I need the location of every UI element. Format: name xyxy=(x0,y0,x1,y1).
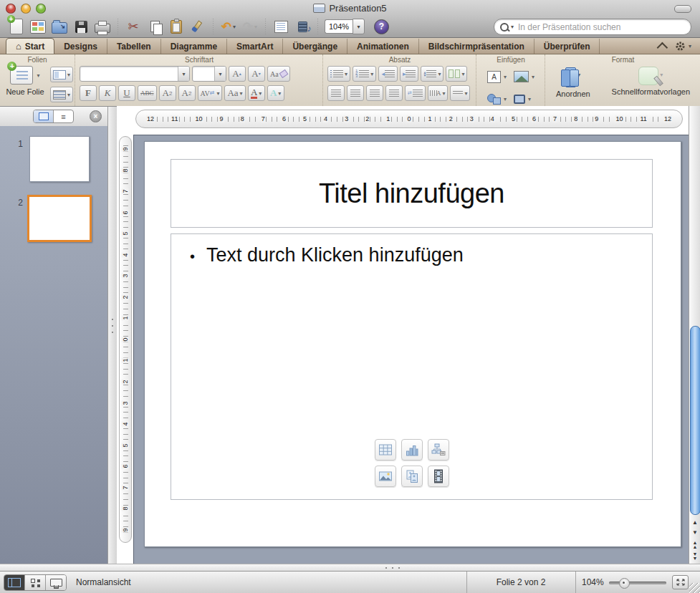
insert-table-placeholder-button[interactable] xyxy=(375,439,396,461)
open-button[interactable] xyxy=(50,17,69,36)
vertical-scrollbar[interactable]: ▲ ▼ ▲▲ ▼▼ xyxy=(689,106,700,564)
insert-chart-placeholder-button[interactable] xyxy=(401,439,423,461)
distribute-button[interactable]: ⇄ xyxy=(405,85,426,101)
zoom-combo[interactable]: 104% ▾ xyxy=(325,19,365,34)
insert-textbox-button[interactable]: A▾ xyxy=(487,67,507,86)
dropdown-arrow[interactable]: ▾ xyxy=(528,96,531,102)
media-browser-button[interactable] xyxy=(293,17,312,36)
insert-clipart-placeholder-button[interactable] xyxy=(401,466,423,487)
columns-button[interactable]: ▾ xyxy=(446,66,467,82)
new-slide-button[interactable]: ▾ Neue Folie xyxy=(3,66,47,96)
character-spacing-button[interactable]: AV⇄▾ xyxy=(198,85,223,101)
format-painter-button[interactable] xyxy=(188,17,207,36)
slides-view-button[interactable] xyxy=(34,110,53,122)
dropdown-arrow[interactable]: ▾ xyxy=(461,71,464,77)
tab-smartart[interactable]: SmartArt xyxy=(227,39,283,54)
tab-ueberpruefen[interactable]: Überprüfen xyxy=(534,39,600,54)
dropdown-arrow[interactable]: ▾ xyxy=(214,67,226,81)
slide-1-thumbnail[interactable] xyxy=(29,136,90,182)
toolbox-button[interactable] xyxy=(272,17,290,36)
dropdown-arrow[interactable]: ▾ xyxy=(442,90,445,97)
text-effects-button[interactable]: A▾ xyxy=(267,85,284,101)
insert-picture-placeholder-button[interactable] xyxy=(375,466,396,487)
zoom-dropdown-arrow[interactable]: ▾ xyxy=(353,19,365,34)
bullets-button[interactable]: ▾ xyxy=(327,66,350,82)
search-input[interactable] xyxy=(517,21,685,33)
slide-canvas[interactable]: Titel hinzufügen • Text durch Klicken hi… xyxy=(144,141,681,547)
insert-picture-button[interactable]: ▾ xyxy=(514,67,534,86)
align-left-button[interactable] xyxy=(327,85,345,101)
zoom-slider[interactable] xyxy=(609,582,666,584)
fit-slide-to-window-button[interactable] xyxy=(672,575,689,589)
tab-uebergaenge[interactable]: Übergänge xyxy=(283,39,347,54)
text-direction-button[interactable]: A▾ xyxy=(428,85,449,101)
help-button[interactable]: ? xyxy=(374,19,389,34)
outline-view-button[interactable]: ≡ xyxy=(53,110,73,122)
search-scope-arrow[interactable]: ▾ xyxy=(511,24,514,30)
justify-button[interactable] xyxy=(385,85,403,101)
tab-animationen[interactable]: Animationen xyxy=(347,39,419,54)
insert-media-button[interactable]: ▾ xyxy=(514,90,534,107)
save-button[interactable] xyxy=(72,17,90,36)
previous-slide-button[interactable]: ▲▲ xyxy=(689,541,700,549)
content-placeholder[interactable]: • Text durch Klicken hinzufügen xyxy=(171,233,653,500)
slide-layout-button[interactable]: ▾ xyxy=(50,67,73,82)
dropdown-arrow[interactable]: ▾ xyxy=(259,90,262,97)
scrollbar-thumb[interactable] xyxy=(690,326,700,515)
font-size-combo[interactable]: ▾ xyxy=(192,66,226,82)
toolbar-toggle-button[interactable] xyxy=(674,5,691,13)
next-slide-button[interactable]: ▼▼ xyxy=(689,552,700,561)
paste-button[interactable] xyxy=(167,17,186,36)
align-center-button[interactable] xyxy=(347,85,364,101)
tab-start[interactable]: ⌂Start xyxy=(6,38,54,54)
dropdown-arrow[interactable]: ▾ xyxy=(178,67,189,81)
subscript-button[interactable]: A2 xyxy=(178,85,196,101)
superscript-button[interactable]: A2 xyxy=(159,85,176,101)
redo-button[interactable]: ↷▾ xyxy=(241,17,259,36)
dropdown-arrow[interactable]: ▾ xyxy=(438,71,441,77)
increase-indent-button[interactable]: ▸ xyxy=(400,66,419,82)
undo-button[interactable]: ↶▾ xyxy=(219,17,238,36)
change-case-button[interactable]: Aa▾ xyxy=(224,85,245,101)
tab-designs[interactable]: Designs xyxy=(54,39,107,54)
ribbon-settings-button[interactable]: ▾ xyxy=(675,41,691,52)
slide-sorter-view-button[interactable] xyxy=(24,575,45,590)
title-placeholder[interactable]: Titel hinzufügen xyxy=(171,159,653,228)
dropdown-arrow[interactable]: ▾ xyxy=(370,71,373,77)
font-name-combo[interactable]: ▾ xyxy=(80,66,190,82)
zoom-value[interactable]: 104% xyxy=(325,19,353,34)
numbering-button[interactable]: 1 2 3▾ xyxy=(353,66,376,82)
align-right-button[interactable] xyxy=(366,85,383,101)
increase-font-button[interactable]: A▴ xyxy=(229,66,246,82)
dropdown-arrow[interactable]: ▾ xyxy=(504,96,507,102)
window-resize-grip[interactable] xyxy=(689,583,700,593)
print-button[interactable] xyxy=(93,17,112,36)
search-field[interactable]: ▾ xyxy=(494,19,691,35)
slide-section-button[interactable]: ▾ xyxy=(50,87,73,102)
cut-button[interactable]: ✂ xyxy=(124,17,143,36)
dropdown-arrow[interactable]: ▾ xyxy=(345,71,347,77)
strikethrough-button[interactable]: ABC xyxy=(138,85,157,101)
tab-bildschirmpraesentation[interactable]: Bildschirmpräsentation xyxy=(419,39,534,54)
decrease-indent-button[interactable]: ◂ xyxy=(378,66,398,82)
insert-shape-button[interactable]: ▾ xyxy=(487,90,507,107)
bold-button[interactable]: F xyxy=(80,85,97,101)
align-text-button[interactable]: ▾ xyxy=(450,85,470,101)
insert-smartart-placeholder-button[interactable] xyxy=(428,439,449,461)
normal-view-button[interactable] xyxy=(4,575,24,590)
slide-2-thumbnail-selected[interactable] xyxy=(27,195,92,242)
zoom-slider-thumb[interactable] xyxy=(619,578,630,589)
dropdown-arrow[interactable]: ▾ xyxy=(532,74,534,80)
dropdown-arrow[interactable]: ▾ xyxy=(278,90,281,97)
tab-diagramme[interactable]: Diagramme xyxy=(161,39,227,54)
copy-button[interactable] xyxy=(145,17,164,36)
undo-dropdown-arrow[interactable]: ▾ xyxy=(233,24,236,30)
slideshow-view-button[interactable] xyxy=(45,575,66,590)
scroll-up-button[interactable]: ▲ xyxy=(689,519,700,526)
quick-styles-button[interactable]: ▾ Schnellformatvorlagen xyxy=(612,67,690,107)
line-spacing-button[interactable]: ▴▾▾ xyxy=(421,66,444,82)
new-presentation-button[interactable] xyxy=(7,17,26,36)
dropdown-arrow[interactable]: ▾ xyxy=(464,90,467,97)
dropdown-arrow[interactable]: ▾ xyxy=(37,72,39,79)
collapse-ribbon-button[interactable] xyxy=(657,42,668,53)
